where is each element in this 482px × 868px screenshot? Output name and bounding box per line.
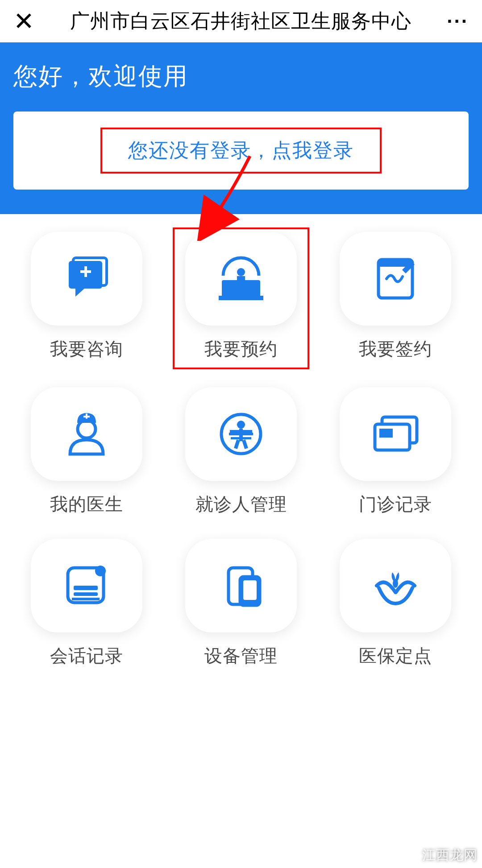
appointment-icon xyxy=(212,253,270,305)
device-icon xyxy=(214,562,268,609)
svg-rect-19 xyxy=(234,439,240,449)
consult-tile xyxy=(31,232,142,326)
watermark: 江西龙网 xyxy=(422,846,478,864)
menu-label: 我的医生 xyxy=(50,492,123,517)
menu-label: 设备管理 xyxy=(204,644,278,668)
consult-icon xyxy=(60,254,113,303)
svg-rect-20 xyxy=(242,439,248,449)
svg-point-6 xyxy=(237,268,245,276)
title-bar: ✕ 广州市白云区石井街社区卫生服务中心 ··· xyxy=(0,0,482,42)
menu-item-clinic-record[interactable]: 门诊记录 xyxy=(333,387,457,517)
sign-tile xyxy=(340,232,451,326)
patient-manage-icon xyxy=(216,409,266,459)
menu-item-insurance[interactable]: 医保定点 xyxy=(333,539,457,668)
doctor-icon xyxy=(62,409,111,459)
menu-item-sign[interactable]: 我要签约 xyxy=(333,232,457,365)
menu-item-consult[interactable]: 我要咨询 xyxy=(25,232,149,365)
svg-rect-4 xyxy=(84,266,87,277)
close-icon[interactable]: ✕ xyxy=(13,9,34,34)
chat-record-icon xyxy=(61,561,112,610)
svg-point-16 xyxy=(237,421,245,429)
svg-rect-25 xyxy=(379,429,393,438)
menu-item-appointment[interactable]: 我要预约 xyxy=(173,227,309,369)
svg-point-27 xyxy=(95,566,106,576)
svg-rect-8 xyxy=(222,280,260,297)
device-tile xyxy=(185,539,297,632)
menu-label: 门诊记录 xyxy=(359,492,432,517)
clinic-record-tile xyxy=(340,387,451,481)
menu-label: 我要预约 xyxy=(204,337,278,361)
sign-icon xyxy=(369,254,422,303)
menu-item-chat-record[interactable]: 会话记录 xyxy=(25,539,149,668)
menu-item-device[interactable]: 设备管理 xyxy=(179,539,303,668)
menu-item-patient-manage[interactable]: 就诊人管理 xyxy=(179,387,303,517)
menu-label: 会话记录 xyxy=(50,644,123,668)
login-highlight-box: 您还没有登录，点我登录 xyxy=(100,128,382,174)
hero-banner: 您好，欢迎使用 您还没有登录，点我登录 xyxy=(0,42,482,214)
clinic-record-icon xyxy=(369,412,422,456)
svg-rect-21 xyxy=(229,433,253,435)
patient-manage-tile xyxy=(185,387,297,481)
insurance-tile xyxy=(340,539,451,632)
login-card[interactable]: 您还没有登录，点我登录 xyxy=(13,112,469,190)
svg-rect-34 xyxy=(243,580,257,600)
svg-point-35 xyxy=(393,579,398,588)
more-icon[interactable]: ··· xyxy=(447,10,469,33)
menu-grid-section: 我要咨询 我要预约 xyxy=(0,214,482,682)
chat-record-tile xyxy=(31,539,142,632)
appointment-tile xyxy=(185,232,297,326)
welcome-text: 您好，欢迎使用 xyxy=(13,60,469,93)
svg-rect-30 xyxy=(72,598,100,600)
svg-rect-9 xyxy=(219,296,263,300)
svg-rect-29 xyxy=(74,592,98,596)
insurance-icon xyxy=(370,561,421,610)
menu-label: 就诊人管理 xyxy=(195,492,287,517)
svg-marker-2 xyxy=(75,289,84,297)
menu-grid: 我要咨询 我要预约 xyxy=(25,232,457,668)
doctor-tile xyxy=(31,387,142,481)
svg-rect-28 xyxy=(74,586,98,590)
menu-item-doctor[interactable]: 我的医生 xyxy=(25,387,149,517)
svg-rect-22 xyxy=(231,437,251,439)
menu-label: 医保定点 xyxy=(359,644,432,668)
menu-label: 我要签约 xyxy=(359,337,432,361)
page-title: 广州市白云区石井街社区卫生服务中心 xyxy=(34,8,447,34)
login-prompt[interactable]: 您还没有登录，点我登录 xyxy=(128,139,354,161)
menu-label: 我要咨询 xyxy=(50,337,123,361)
